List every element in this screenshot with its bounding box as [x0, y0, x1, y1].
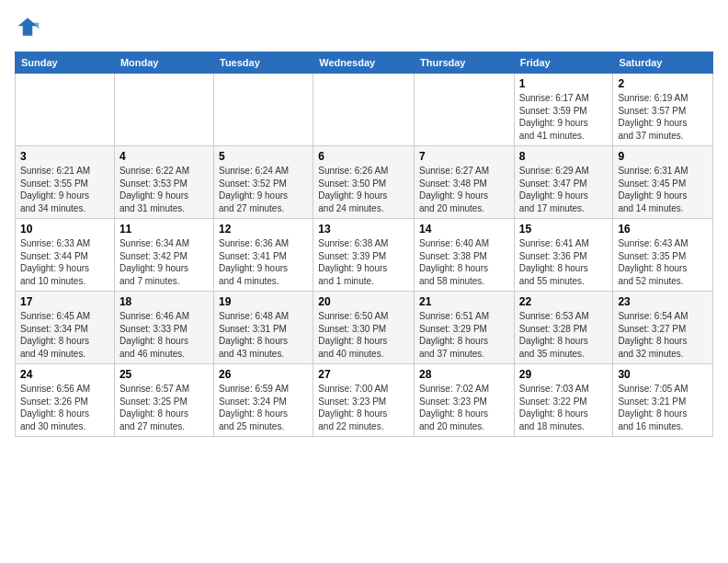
day-cell: 19Sunrise: 6:48 AM Sunset: 3:31 PM Dayli…: [214, 292, 313, 364]
day-info: Sunrise: 6:54 AM Sunset: 3:27 PM Dayligh…: [618, 310, 708, 360]
day-info: Sunrise: 6:22 AM Sunset: 3:53 PM Dayligh…: [119, 165, 209, 214]
col-header-sunday: Sunday: [16, 52, 115, 74]
header-row: SundayMondayTuesdayWednesdayThursdayFrid…: [16, 52, 713, 74]
week-row-4: 17Sunrise: 6:45 AM Sunset: 3:34 PM Dayli…: [16, 292, 713, 364]
day-info: Sunrise: 7:05 AM Sunset: 3:21 PM Dayligh…: [618, 383, 708, 432]
day-info: Sunrise: 6:50 AM Sunset: 3:30 PM Dayligh…: [318, 310, 409, 360]
day-cell: 16Sunrise: 6:43 AM Sunset: 3:35 PM Dayli…: [613, 219, 713, 292]
day-cell: [414, 74, 514, 146]
day-cell: 9Sunrise: 6:31 AM Sunset: 3:45 PM Daylig…: [613, 146, 713, 219]
day-cell: [214, 74, 313, 146]
col-header-thursday: Thursday: [414, 52, 514, 74]
day-info: Sunrise: 6:57 AM Sunset: 3:25 PM Dayligh…: [119, 383, 209, 432]
day-info: Sunrise: 6:33 AM Sunset: 3:44 PM Dayligh…: [20, 237, 109, 287]
day-cell: 24Sunrise: 6:56 AM Sunset: 3:26 PM Dayli…: [16, 364, 115, 437]
day-cell: 7Sunrise: 6:27 AM Sunset: 3:48 PM Daylig…: [414, 146, 514, 219]
day-number: 21: [419, 295, 509, 308]
day-number: 11: [119, 223, 209, 236]
day-cell: 20Sunrise: 6:50 AM Sunset: 3:30 PM Dayli…: [313, 292, 415, 364]
logo: [15, 15, 44, 40]
week-row-3: 10Sunrise: 6:33 AM Sunset: 3:44 PM Dayli…: [16, 219, 713, 292]
col-header-friday: Friday: [514, 52, 613, 74]
day-number: 5: [219, 150, 308, 163]
day-info: Sunrise: 6:21 AM Sunset: 3:55 PM Dayligh…: [20, 165, 109, 214]
week-row-5: 24Sunrise: 6:56 AM Sunset: 3:26 PM Dayli…: [16, 364, 713, 437]
col-header-tuesday: Tuesday: [214, 52, 313, 74]
header: [15, 15, 713, 40]
day-number: 12: [219, 223, 308, 236]
day-cell: 12Sunrise: 6:36 AM Sunset: 3:41 PM Dayli…: [214, 219, 313, 292]
page: SundayMondayTuesdayWednesdayThursdayFrid…: [0, 0, 728, 563]
day-number: 30: [618, 368, 708, 381]
calendar-body: 1Sunrise: 6:17 AM Sunset: 3:59 PM Daylig…: [16, 74, 713, 437]
day-number: 16: [618, 223, 708, 236]
day-info: Sunrise: 6:43 AM Sunset: 3:35 PM Dayligh…: [618, 237, 708, 287]
day-cell: 13Sunrise: 6:38 AM Sunset: 3:39 PM Dayli…: [313, 219, 415, 292]
day-number: 13: [318, 223, 409, 236]
day-cell: 25Sunrise: 6:57 AM Sunset: 3:25 PM Dayli…: [114, 364, 213, 437]
day-number: 20: [318, 295, 409, 308]
calendar-header: SundayMondayTuesdayWednesdayThursdayFrid…: [16, 52, 713, 74]
day-info: Sunrise: 6:53 AM Sunset: 3:28 PM Dayligh…: [519, 310, 609, 360]
day-number: 18: [119, 295, 209, 308]
day-cell: 3Sunrise: 6:21 AM Sunset: 3:55 PM Daylig…: [16, 146, 115, 219]
day-info: Sunrise: 6:56 AM Sunset: 3:26 PM Dayligh…: [20, 383, 109, 432]
day-cell: 4Sunrise: 6:22 AM Sunset: 3:53 PM Daylig…: [114, 146, 213, 219]
week-row-1: 1Sunrise: 6:17 AM Sunset: 3:59 PM Daylig…: [16, 74, 713, 146]
day-number: 6: [318, 150, 409, 163]
day-cell: 21Sunrise: 6:51 AM Sunset: 3:29 PM Dayli…: [414, 292, 514, 364]
day-cell: 2Sunrise: 6:19 AM Sunset: 3:57 PM Daylig…: [613, 74, 713, 146]
day-info: Sunrise: 6:46 AM Sunset: 3:33 PM Dayligh…: [119, 310, 209, 360]
day-number: 3: [20, 150, 109, 163]
day-cell: 14Sunrise: 6:40 AM Sunset: 3:38 PM Dayli…: [414, 219, 514, 292]
day-cell: 8Sunrise: 6:29 AM Sunset: 3:47 PM Daylig…: [514, 146, 613, 219]
day-number: 15: [519, 223, 609, 236]
day-number: 26: [219, 368, 308, 381]
day-info: Sunrise: 6:38 AM Sunset: 3:39 PM Dayligh…: [318, 237, 409, 287]
day-cell: 5Sunrise: 6:24 AM Sunset: 3:52 PM Daylig…: [214, 146, 313, 219]
day-cell: [114, 74, 213, 146]
day-cell: 6Sunrise: 6:26 AM Sunset: 3:50 PM Daylig…: [313, 146, 415, 219]
week-row-2: 3Sunrise: 6:21 AM Sunset: 3:55 PM Daylig…: [16, 146, 713, 219]
day-info: Sunrise: 6:24 AM Sunset: 3:52 PM Dayligh…: [219, 165, 308, 214]
day-number: 22: [519, 295, 609, 308]
day-cell: 22Sunrise: 6:53 AM Sunset: 3:28 PM Dayli…: [514, 292, 613, 364]
day-number: 28: [419, 368, 509, 381]
day-number: 1: [519, 77, 609, 90]
day-number: 9: [618, 150, 708, 163]
day-info: Sunrise: 6:40 AM Sunset: 3:38 PM Dayligh…: [419, 237, 509, 287]
logo-icon: [15, 15, 40, 40]
day-cell: 27Sunrise: 7:00 AM Sunset: 3:23 PM Dayli…: [313, 364, 415, 437]
day-number: 4: [119, 150, 209, 163]
day-cell: 29Sunrise: 7:03 AM Sunset: 3:22 PM Dayli…: [514, 364, 613, 437]
day-number: 17: [20, 295, 109, 308]
day-info: Sunrise: 7:03 AM Sunset: 3:22 PM Dayligh…: [519, 383, 609, 432]
day-info: Sunrise: 7:02 AM Sunset: 3:23 PM Dayligh…: [419, 383, 509, 432]
day-number: 10: [20, 223, 109, 236]
day-info: Sunrise: 6:59 AM Sunset: 3:24 PM Dayligh…: [219, 383, 308, 432]
day-cell: 23Sunrise: 6:54 AM Sunset: 3:27 PM Dayli…: [613, 292, 713, 364]
day-number: 2: [618, 77, 708, 90]
day-cell: 30Sunrise: 7:05 AM Sunset: 3:21 PM Dayli…: [613, 364, 713, 437]
day-cell: 11Sunrise: 6:34 AM Sunset: 3:42 PM Dayli…: [114, 219, 213, 292]
day-info: Sunrise: 6:41 AM Sunset: 3:36 PM Dayligh…: [519, 237, 609, 287]
day-info: Sunrise: 6:26 AM Sunset: 3:50 PM Dayligh…: [318, 165, 409, 214]
day-cell: [16, 74, 115, 146]
day-info: Sunrise: 6:36 AM Sunset: 3:41 PM Dayligh…: [219, 237, 308, 287]
day-number: 8: [519, 150, 609, 163]
day-number: 29: [519, 368, 609, 381]
day-info: Sunrise: 6:51 AM Sunset: 3:29 PM Dayligh…: [419, 310, 509, 360]
day-info: Sunrise: 6:45 AM Sunset: 3:34 PM Dayligh…: [20, 310, 109, 360]
day-number: 27: [318, 368, 409, 381]
day-number: 23: [618, 295, 708, 308]
day-info: Sunrise: 6:34 AM Sunset: 3:42 PM Dayligh…: [119, 237, 209, 287]
col-header-monday: Monday: [114, 52, 213, 74]
day-info: Sunrise: 7:00 AM Sunset: 3:23 PM Dayligh…: [318, 383, 409, 432]
day-info: Sunrise: 6:48 AM Sunset: 3:31 PM Dayligh…: [219, 310, 308, 360]
day-number: 24: [20, 368, 109, 381]
day-cell: 10Sunrise: 6:33 AM Sunset: 3:44 PM Dayli…: [16, 219, 115, 292]
day-number: 7: [419, 150, 509, 163]
day-info: Sunrise: 6:27 AM Sunset: 3:48 PM Dayligh…: [419, 165, 509, 214]
day-cell: 1Sunrise: 6:17 AM Sunset: 3:59 PM Daylig…: [514, 74, 613, 146]
day-number: 19: [219, 295, 308, 308]
